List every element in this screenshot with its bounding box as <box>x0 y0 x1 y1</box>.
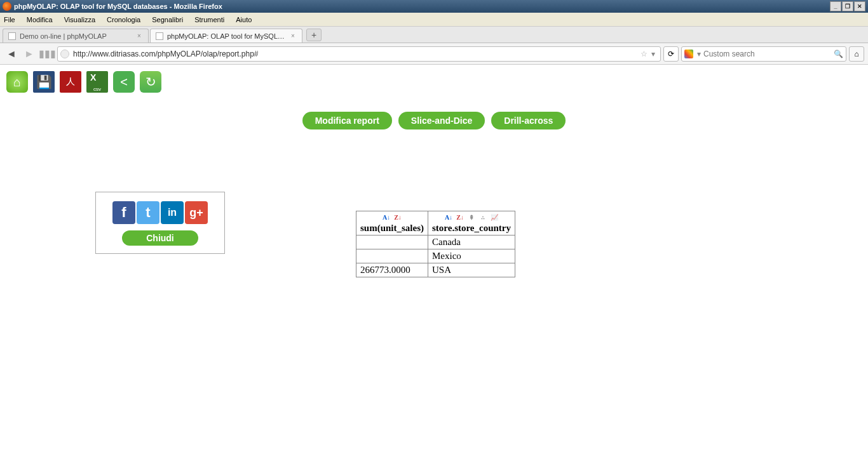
tab-strip: Demo on-line | phpMyOLAP × phpMyOLAP: OL… <box>0 27 868 43</box>
menu-bar: File Modifica Visualizza Cronologia Segn… <box>0 13 868 27</box>
reload-button[interactable]: ⟳ <box>663 46 679 62</box>
table-row: Canada <box>356 236 515 249</box>
search-input[interactable] <box>703 50 834 58</box>
maximize-button[interactable]: ❐ <box>842 1 853 11</box>
dimension-header-label: store.store_country <box>432 223 511 233</box>
refresh-icon[interactable]: ↻ <box>140 71 161 93</box>
menu-visualizza[interactable]: Visualizza <box>64 16 95 23</box>
chart-icon[interactable]: 📈 <box>490 213 499 222</box>
menu-aiuto[interactable]: Aiuto <box>236 16 252 23</box>
close-window-button[interactable]: ✕ <box>854 1 865 11</box>
sort-asc-icon[interactable]: A↓ <box>444 213 453 222</box>
csv-icon[interactable] <box>86 71 108 93</box>
tab-label: phpMyOLAP: OLAP tool for MySQL datab... <box>167 32 285 40</box>
value-cell <box>356 236 428 249</box>
sort-asc-icon[interactable]: A↓ <box>382 213 391 222</box>
page-content: ⌂ 💾 人 < ↻ Modifica report Slice-and-Dice… <box>0 65 868 129</box>
twitter-icon[interactable]: t <box>137 201 159 224</box>
url-bar[interactable]: ☆ ▾ <box>57 46 661 62</box>
site-identity-icon[interactable] <box>60 50 69 58</box>
tab-demo[interactable]: Demo on-line | phpMyOLAP × <box>3 29 149 43</box>
tab-label: Demo on-line | phpMyOLAP <box>20 32 132 40</box>
search-engine-dropdown-icon[interactable]: ▾ <box>697 50 701 58</box>
facebook-icon[interactable]: f <box>112 201 135 224</box>
table-row: Mexico <box>356 249 515 263</box>
share-icon[interactable]: < <box>113 71 135 93</box>
forward-button[interactable]: ► <box>22 46 37 62</box>
country-cell[interactable]: Canada <box>428 236 515 249</box>
tab-phpmyolap[interactable]: phpMyOLAP: OLAP tool for MySQL datab... … <box>150 29 302 43</box>
window-titlebar: phpMyOLAP: OLAP tool for MySQL databases… <box>0 0 868 13</box>
menu-cronologia[interactable]: Cronologia <box>107 16 140 23</box>
drill-across-button[interactable]: Drill-across <box>491 112 566 129</box>
home-icon[interactable]: ⌂ <box>6 71 28 93</box>
back-button[interactable]: ◄ <box>4 46 19 62</box>
social-share-panel: f t in g+ Chiudi <box>95 192 225 254</box>
modify-report-button[interactable]: Modifica report <box>302 112 392 129</box>
page-icon <box>156 32 163 40</box>
sort-desc-icon[interactable]: Z↓ <box>393 213 402 222</box>
dimension-header-cell: A↓ Z↓ ⇞ ⛬ 📈 store.store_country <box>428 211 515 236</box>
nav-bar: ◄ ► ▮▮▮ ☆ ▾ ⟳ ▾ 🔍 ⌂ <box>0 43 868 65</box>
home-button[interactable]: ⌂ <box>849 46 864 62</box>
search-bar[interactable]: ▾ 🔍 <box>681 46 846 62</box>
hierarchy-icon[interactable]: ⛬ <box>478 213 487 222</box>
action-buttons-row: Modifica report Slice-and-Dice Drill-acr… <box>0 112 868 129</box>
window-title: phpMyOLAP: OLAP tool for MySQL databases… <box>14 3 222 10</box>
save-icon[interactable]: 💾 <box>33 71 55 93</box>
social-row: f t in g+ <box>102 201 218 224</box>
olap-result-table: A↓ Z↓ sum(unit_sales) A↓ Z↓ ⇞ ⛬ 📈 store.… <box>356 211 515 277</box>
value-cell: 266773.0000 <box>356 263 428 277</box>
url-dropdown-icon[interactable]: ▾ <box>651 50 655 58</box>
drill-up-icon[interactable]: ⇞ <box>467 213 476 222</box>
minimize-button[interactable]: _ <box>830 1 841 11</box>
googleplus-icon[interactable]: g+ <box>185 201 208 224</box>
search-icon[interactable]: 🔍 <box>834 50 843 58</box>
pdf-icon[interactable]: 人 <box>60 71 81 93</box>
menu-strumenti[interactable]: Strumenti <box>194 16 224 23</box>
tab-close-icon[interactable]: × <box>135 32 143 40</box>
measure-header-label: sum(unit_sales) <box>360 223 424 233</box>
table-row: 266773.0000 USA <box>356 263 515 277</box>
activity-icon: ▮▮▮ <box>39 46 55 62</box>
menu-modifica[interactable]: Modifica <box>27 16 53 23</box>
tab-close-icon[interactable]: × <box>289 32 297 40</box>
value-cell <box>356 249 428 263</box>
linkedin-icon[interactable]: in <box>161 201 184 224</box>
url-input[interactable] <box>73 50 637 58</box>
country-cell[interactable]: USA <box>428 263 515 277</box>
menu-segnalibri[interactable]: Segnalibri <box>152 16 183 23</box>
google-icon <box>684 50 693 58</box>
firefox-icon <box>3 2 11 11</box>
measure-header-cell: A↓ Z↓ sum(unit_sales) <box>356 211 428 236</box>
sort-desc-icon[interactable]: Z↓ <box>456 213 465 222</box>
app-toolbar: ⌂ 💾 人 < ↻ <box>0 65 868 99</box>
country-cell[interactable]: Mexico <box>428 249 515 263</box>
menu-file[interactable]: File <box>4 16 15 23</box>
page-icon <box>8 32 16 40</box>
new-tab-button[interactable]: + <box>306 29 322 41</box>
slice-dice-button[interactable]: Slice-and-Dice <box>398 112 485 129</box>
close-panel-button[interactable]: Chiudi <box>122 230 198 246</box>
bookmark-star-icon[interactable]: ☆ <box>641 50 648 58</box>
